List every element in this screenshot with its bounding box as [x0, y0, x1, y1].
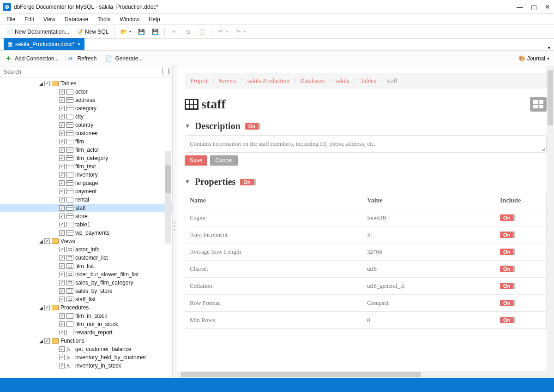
tree-scrollbar-thumb[interactable] [165, 165, 171, 193]
tree-item[interactable]: rental [0, 196, 172, 204]
save-description-button[interactable]: Save [185, 155, 207, 166]
content-horizontal-thumb[interactable] [181, 372, 421, 377]
tree-item[interactable]: staff [0, 204, 172, 212]
tree-checkbox[interactable] [59, 255, 65, 261]
tree-checkbox[interactable] [44, 338, 50, 344]
menu-view[interactable]: View [39, 15, 60, 24]
menu-file[interactable]: File [2, 15, 20, 24]
resize-handle-icon[interactable]: ◢ [542, 146, 545, 151]
include-toggle[interactable]: On [500, 266, 513, 272]
tree-item[interactable]: table1 [0, 220, 172, 229]
add-connection-button[interactable]: ✚ Add Connection... [5, 55, 59, 62]
tree-twisty-icon[interactable]: ◢ [39, 339, 43, 344]
open-button[interactable]: 📂▾ [117, 27, 134, 37]
tree-checkbox[interactable] [44, 305, 50, 310]
tree-item[interactable]: fxget_customer_balance [0, 345, 172, 353]
tree-checkbox[interactable] [59, 205, 65, 211]
tree-checkbox[interactable] [59, 313, 65, 319]
cancel-description-button[interactable]: Cancel [210, 155, 237, 166]
window-duplicate-icon[interactable] [163, 69, 169, 75]
tree-checkbox[interactable] [59, 230, 65, 236]
tree-item[interactable]: film_category [0, 154, 172, 162]
tree-folder[interactable]: ◢Views [0, 237, 172, 245]
tree-item[interactable]: film_actor [0, 146, 172, 154]
description-toggle[interactable]: On [245, 123, 259, 130]
save-button[interactable]: 💾 [135, 27, 148, 37]
tree-checkbox[interactable] [59, 297, 65, 302]
tree-item[interactable]: sales_by_store [0, 287, 172, 295]
tree-checkbox[interactable] [59, 97, 65, 103]
tree-item[interactable]: film_list [0, 262, 172, 270]
tree-item[interactable]: wp_payments [0, 229, 172, 237]
tree-checkbox[interactable] [59, 197, 65, 202]
tree-checkbox[interactable] [59, 106, 65, 111]
tree-item[interactable]: film [0, 137, 172, 146]
tree-checkbox[interactable] [59, 272, 65, 277]
tree-item[interactable]: fxinventory_held_by_customer [0, 353, 172, 362]
menu-help[interactable]: Help [144, 15, 165, 24]
tree-checkbox[interactable] [59, 346, 65, 352]
tree-checkbox[interactable] [59, 180, 65, 186]
tree-checkbox[interactable] [59, 222, 65, 227]
breadcrumb-link[interactable]: Servers [218, 77, 236, 84]
undo-button[interactable]: ↶▾ [214, 27, 231, 37]
include-toggle[interactable]: On [500, 317, 513, 323]
tree-checkbox[interactable] [59, 330, 65, 335]
tree-checkbox[interactable] [59, 139, 65, 144]
tree-item[interactable]: payment [0, 187, 172, 196]
include-toggle[interactable]: On [500, 232, 513, 238]
tree-checkbox[interactable] [44, 238, 50, 244]
tree-item[interactable]: sales_by_film_category [0, 279, 172, 287]
breadcrumb-link[interactable]: sakila.Production [247, 77, 289, 84]
minimize-button[interactable]: — [516, 3, 524, 11]
collapse-description-button[interactable]: ▼ [185, 123, 190, 130]
paste-button[interactable]: 📋 [195, 27, 208, 37]
tree-item[interactable]: language [0, 179, 172, 187]
object-tree[interactable]: ◢Tablesactoraddresscategorycitycountrycu… [0, 77, 172, 378]
tree-checkbox[interactable] [59, 155, 65, 161]
include-toggle[interactable]: On [500, 214, 513, 221]
new-sql-button[interactable]: 📝 New SQL [73, 27, 111, 37]
tab-overflow-button[interactable]: ▾ [548, 45, 550, 50]
content-horizontal-scrollbar[interactable] [177, 371, 547, 378]
tree-folder[interactable]: ◢Functions [0, 337, 172, 345]
include-toggle[interactable]: On [500, 300, 513, 306]
tree-checkbox[interactable] [59, 355, 65, 360]
breadcrumb-link[interactable]: Databases [300, 77, 325, 84]
tree-checkbox[interactable] [59, 189, 65, 194]
tree-item[interactable]: inventory [0, 171, 172, 179]
tree-checkbox[interactable] [59, 114, 65, 119]
tree-item[interactable]: staff_list [0, 295, 172, 303]
tree-checkbox[interactable] [59, 321, 65, 327]
breadcrumb-link[interactable]: Project [191, 77, 208, 84]
tree-item[interactable]: customer_list [0, 254, 172, 262]
tree-item[interactable]: film_not_in_stock [0, 320, 172, 328]
description-textarea[interactable]: Contains information on the staff member… [185, 135, 547, 153]
tree-twisty-icon[interactable]: ◢ [39, 239, 43, 244]
journal-button[interactable]: 🎨 Journal ▾ [518, 55, 549, 62]
redo-button[interactable]: ↷▾ [232, 27, 248, 37]
menu-tools[interactable]: Tools [93, 15, 115, 24]
save-all-button[interactable]: 💾 [149, 27, 162, 37]
splitter[interactable] [173, 66, 177, 378]
breadcrumb-link[interactable]: sakila [336, 77, 349, 84]
tree-item[interactable]: actor_info [0, 245, 172, 254]
tree-item[interactable]: city [0, 113, 172, 121]
tree-checkbox[interactable] [59, 164, 65, 169]
tree-item[interactable]: country [0, 121, 172, 129]
tree-checkbox[interactable] [59, 288, 65, 294]
tree-item[interactable]: film_text [0, 162, 172, 171]
tree-twisty-icon[interactable]: ◢ [39, 305, 43, 310]
tree-item[interactable]: category [0, 104, 172, 113]
tree-item[interactable]: nicer_but_slower_film_list [0, 270, 172, 279]
tree-item[interactable]: fxinventory_in_stock [0, 362, 172, 370]
tree-folder[interactable]: ◢Tables [0, 79, 172, 88]
tree-checkbox[interactable] [59, 263, 65, 269]
tree-scrollbar[interactable] [165, 151, 171, 244]
close-button[interactable]: ✕ [544, 3, 551, 11]
tree-twisty-icon[interactable]: ◢ [39, 81, 43, 86]
tree-item[interactable]: customer [0, 129, 172, 137]
tree-checkbox[interactable] [59, 147, 65, 153]
maximize-button[interactable]: ▢ [530, 3, 537, 11]
layout-grid-button[interactable] [530, 97, 547, 112]
